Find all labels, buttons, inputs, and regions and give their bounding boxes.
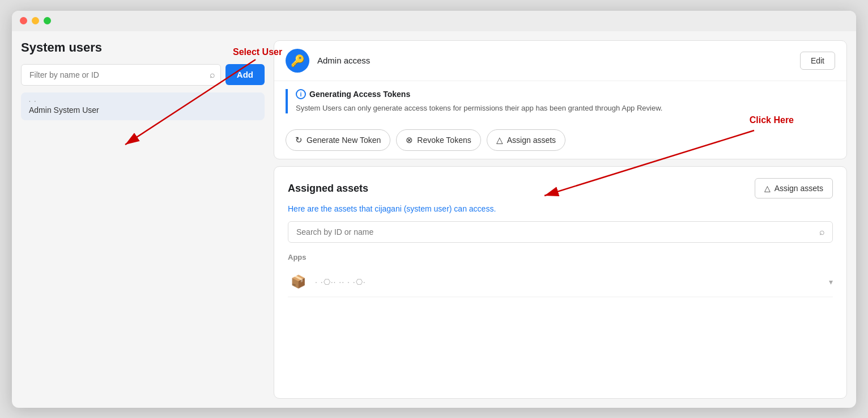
maximize-dot[interactable] xyxy=(44,17,51,24)
assign-assets-header-button[interactable]: △ Assign assets xyxy=(755,178,833,199)
main-content: Select User Click Here xyxy=(12,31,856,408)
assets-search-wrap: ⌕ xyxy=(288,221,833,243)
assets-search-input[interactable] xyxy=(288,221,833,243)
assigned-assets-card: Assigned assets △ Assign assets Here are… xyxy=(274,166,847,399)
user-name: Admin System User xyxy=(29,105,257,115)
generate-token-button[interactable]: ↻ Generate New Token xyxy=(286,129,390,151)
assigned-assets-title: Assigned assets xyxy=(288,183,368,195)
chevron-down-icon: ▾ xyxy=(829,277,833,286)
apps-section-label: Apps xyxy=(288,253,833,261)
user-card: 🔑 Admin access Edit i Generating Access … xyxy=(274,40,847,160)
left-panel: System users ⌕ Add · · Admin System User xyxy=(21,40,265,399)
search-input[interactable] xyxy=(21,64,221,86)
assets-description: Here are the assets that cijagani (syste… xyxy=(288,204,833,213)
main-window: Select User Click Here xyxy=(12,11,856,408)
revoke-tokens-label: Revoke Tokens xyxy=(417,136,471,145)
assign-assets-button[interactable]: △ Assign assets xyxy=(487,129,565,151)
search-icon: ⌕ xyxy=(210,70,215,80)
right-panel: 🔑 Admin access Edit i Generating Access … xyxy=(265,40,847,399)
close-dot[interactable] xyxy=(20,17,27,24)
user-dots: · · xyxy=(29,98,257,104)
assign-icon: △ xyxy=(496,135,503,145)
key-icon: 🔑 xyxy=(291,54,305,67)
list-item[interactable]: · · Admin System User xyxy=(29,98,257,115)
minimize-dot[interactable] xyxy=(32,17,39,24)
page-title: System users xyxy=(21,40,265,57)
app-row[interactable]: 📦 · ·⎔·· ·· · ·⎔· ▾ xyxy=(288,267,833,297)
generate-token-label: Generate New Token xyxy=(307,136,381,145)
card-header: 🔑 Admin access Edit xyxy=(274,41,846,81)
app-name: · ·⎔·· ·· · ·⎔· xyxy=(315,277,822,286)
add-button[interactable]: Add xyxy=(225,64,265,85)
search-input-wrap: ⌕ xyxy=(21,64,221,86)
generate-icon: ↻ xyxy=(295,135,303,145)
edit-button[interactable]: Edit xyxy=(800,52,835,70)
avatar: 🔑 xyxy=(286,49,309,73)
assign-header-icon: △ xyxy=(764,184,771,193)
assets-header: Assigned assets △ Assign assets xyxy=(288,178,833,199)
search-row: ⌕ Add xyxy=(21,64,265,86)
titlebar xyxy=(12,11,856,31)
action-buttons: ↻ Generate New Token ⊗ Revoke Tokens △ A… xyxy=(274,121,846,159)
assign-header-label: Assign assets xyxy=(775,184,823,193)
info-banner-title: i Generating Access Tokens xyxy=(296,89,835,99)
info-banner: i Generating Access Tokens System Users … xyxy=(286,89,835,114)
user-list[interactable]: · · Admin System User xyxy=(21,92,265,120)
assign-assets-label: Assign assets xyxy=(507,136,556,145)
info-banner-text: System Users can only generate access to… xyxy=(296,103,835,114)
user-info: Admin access xyxy=(317,56,792,66)
assets-search-icon: ⌕ xyxy=(819,227,825,237)
revoke-tokens-button[interactable]: ⊗ Revoke Tokens xyxy=(396,129,480,151)
info-icon: i xyxy=(296,89,306,99)
app-icon: 📦 xyxy=(288,272,308,292)
access-label: Admin access xyxy=(317,56,370,65)
revoke-icon: ⊗ xyxy=(406,135,413,145)
